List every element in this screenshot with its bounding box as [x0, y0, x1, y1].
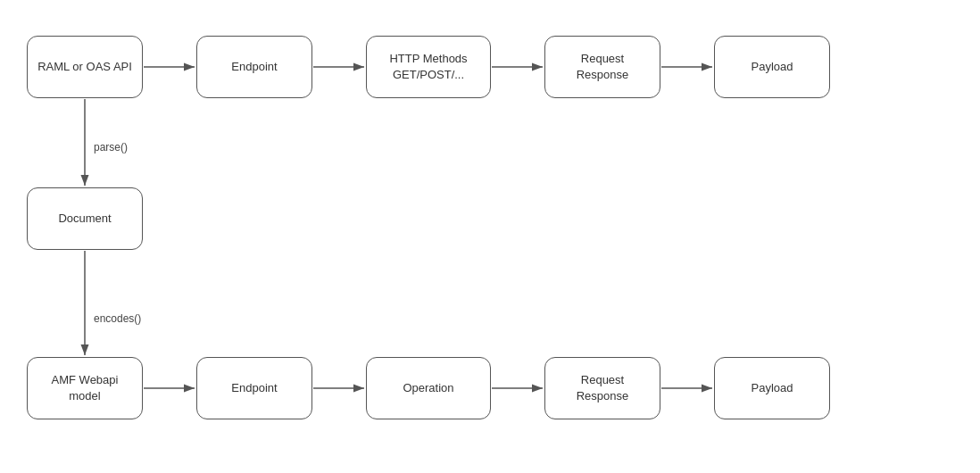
node-operation: Operation: [366, 357, 491, 419]
node-document: Document: [27, 187, 143, 250]
node-payload1: Payload: [714, 36, 830, 98]
node-endpoint2: Endpoint: [196, 357, 312, 419]
node-request-response1: RequestResponse: [544, 36, 660, 98]
label-encodes: encodes(): [94, 312, 141, 325]
node-amf-webapi: AMF Webapimodel: [27, 357, 143, 419]
node-raml-oas: RAML or OAS API: [27, 36, 143, 98]
svg-marker-0: [0, 0, 7, 5]
node-endpoint1: Endpoint: [196, 36, 312, 98]
label-parse: parse(): [94, 141, 128, 154]
node-http-methods: HTTP MethodsGET/POST/...: [366, 36, 491, 98]
node-payload2: Payload: [714, 357, 830, 419]
diagram-container: RAML or OAS API Endpoint HTTP MethodsGET…: [0, 0, 980, 473]
node-request-response2: RequestResponse: [544, 357, 660, 419]
